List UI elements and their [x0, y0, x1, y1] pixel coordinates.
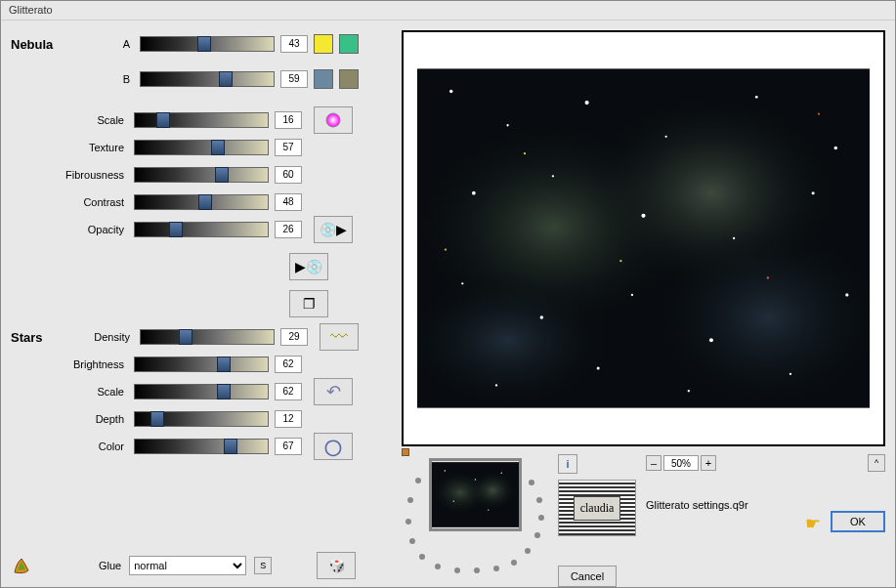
svg-point-9	[664, 136, 666, 138]
svg-point-18	[540, 315, 543, 318]
nebula-value-opacity[interactable]: 26	[275, 221, 302, 238]
info-icon: i	[566, 458, 569, 470]
stars-value-scale[interactable]: 62	[275, 383, 302, 400]
svg-point-36	[501, 473, 502, 474]
ring-icon: ◯	[324, 438, 342, 456]
glue-select[interactable]: normal	[129, 556, 246, 575]
zoom-controls: – 50% +	[646, 454, 716, 472]
ok-button[interactable]: ☛ OK	[831, 511, 885, 532]
stars-slider-scale[interactable]	[134, 384, 269, 399]
stars-label-brightness: Brightness	[11, 358, 128, 370]
stars-value-density[interactable]: 29	[280, 328, 308, 346]
svg-point-12	[472, 191, 476, 195]
svg-point-26	[524, 152, 526, 154]
svg-point-19	[631, 294, 633, 296]
ok-row: ☛ OK	[646, 511, 885, 532]
svg-point-10	[755, 96, 758, 99]
svg-point-38	[488, 509, 489, 510]
svg-point-21	[789, 373, 791, 375]
stars-row-density: Stars Density 29 〰	[11, 323, 392, 351]
copy-icon: ❐	[303, 296, 316, 312]
nebula-value-a[interactable]: 43	[280, 35, 308, 53]
nebula-value-texture[interactable]: 57	[275, 139, 302, 156]
nebula-b-swatch-1[interactable]	[314, 69, 333, 89]
logo-box[interactable]: claudia	[558, 480, 636, 536]
variation-thumbnail[interactable]	[429, 458, 522, 531]
zoom-value[interactable]: 50%	[663, 455, 699, 471]
copy-button[interactable]: ❐	[289, 290, 328, 317]
nebula-a-swatch-2[interactable]	[339, 34, 359, 54]
fire-icon[interactable]	[11, 555, 32, 576]
nebula-slider-a[interactable]	[140, 36, 275, 52]
nebula-b-swatch-2[interactable]	[339, 69, 359, 89]
play-disc-icon: ▶💿	[295, 259, 322, 274]
nebula-slider-fibrousness[interactable]	[134, 167, 269, 183]
thumbnail-orbit	[402, 454, 548, 571]
stars-slider-brightness[interactable]	[134, 357, 269, 372]
zoom-in-button[interactable]: +	[701, 455, 716, 471]
dice-button[interactable]: 🎲	[317, 552, 356, 579]
svg-point-14	[641, 214, 645, 218]
nebula-slider-texture[interactable]	[134, 140, 269, 155]
nebula-slider-b[interactable]	[140, 71, 275, 87]
stars-slider-density[interactable]	[140, 329, 275, 345]
stars-label-depth: Depth	[11, 413, 128, 425]
caret-button[interactable]: ^	[868, 454, 885, 472]
svg-point-25	[688, 390, 690, 392]
nebula-slider-opacity[interactable]	[134, 222, 269, 237]
nebula-a-swatch-1[interactable]	[314, 34, 333, 54]
svg-point-34	[445, 470, 446, 471]
nebula-slider-scale[interactable]	[134, 112, 269, 128]
stars-value-color[interactable]: 67	[275, 438, 302, 455]
stars-value-brightness[interactable]: 62	[275, 356, 302, 373]
stars-slider-depth[interactable]	[134, 411, 269, 427]
disc-play-icon: 💿▶	[320, 222, 347, 237]
svg-point-24	[597, 367, 600, 370]
undo-icon: ↶	[326, 381, 341, 402]
info-column: i claudia Cancel	[558, 454, 636, 587]
stars-row-scale: Scale 62 ↶	[11, 378, 392, 405]
svg-point-8	[585, 101, 589, 105]
logo-text: claudia	[574, 496, 621, 521]
svg-point-29	[818, 113, 820, 115]
nebula-label-texture: Texture	[11, 142, 128, 153]
zoom-out-button[interactable]: –	[646, 455, 661, 471]
pointer-hand-icon: ☛	[805, 513, 821, 534]
nebula-value-contrast[interactable]: 48	[275, 193, 302, 211]
hue-button[interactable]	[314, 106, 353, 134]
svg-point-37	[453, 501, 454, 502]
info-button[interactable]: i	[558, 454, 577, 474]
stars-slider-color[interactable]	[134, 439, 269, 454]
nebula-value-b[interactable]: 59	[280, 70, 308, 88]
undo-button[interactable]: ↶	[314, 378, 353, 405]
glue-label: Glue	[99, 560, 121, 571]
svg-point-27	[767, 276, 769, 278]
stars-value-depth[interactable]: 12	[275, 410, 302, 428]
svg-point-6	[449, 90, 452, 93]
nebula-label-contrast: Contrast	[11, 196, 128, 208]
nebula-value-fibrousness[interactable]: 60	[275, 166, 302, 184]
nebula-row-scale: Scale 16	[11, 106, 392, 134]
svg-point-35	[475, 479, 476, 480]
nebula-row-a: Nebula A 43	[11, 30, 392, 58]
glue-s-button[interactable]: S	[254, 557, 272, 574]
wave-button[interactable]: 〰	[320, 323, 359, 351]
svg-point-13	[552, 175, 554, 177]
ok-label: OK	[850, 516, 866, 527]
app-window: Glitterato Nebula A 43 B 59	[0, 0, 896, 588]
play-disc-button[interactable]: ▶💿	[289, 253, 328, 280]
nebula-slider-contrast[interactable]	[134, 194, 269, 210]
svg-point-11	[834, 147, 837, 149]
ring-button[interactable]: ◯	[314, 433, 353, 460]
cancel-button[interactable]: Cancel	[558, 566, 617, 587]
preview-image[interactable]	[417, 46, 870, 431]
nebula-label-opacity: Opacity	[11, 224, 128, 235]
stars-row-color: Color 67 ◯	[11, 433, 392, 460]
left-panel: Nebula A 43 B 59 Scale 16	[11, 30, 392, 579]
stars-label-scale: Scale	[11, 386, 128, 398]
dice-icon: 🎲	[328, 558, 345, 573]
disc-play-button[interactable]: 💿▶	[314, 216, 353, 243]
bottom-area: i claudia Cancel – 50% +	[402, 454, 885, 579]
preview-frame	[402, 30, 885, 446]
nebula-value-scale[interactable]: 16	[275, 111, 302, 129]
